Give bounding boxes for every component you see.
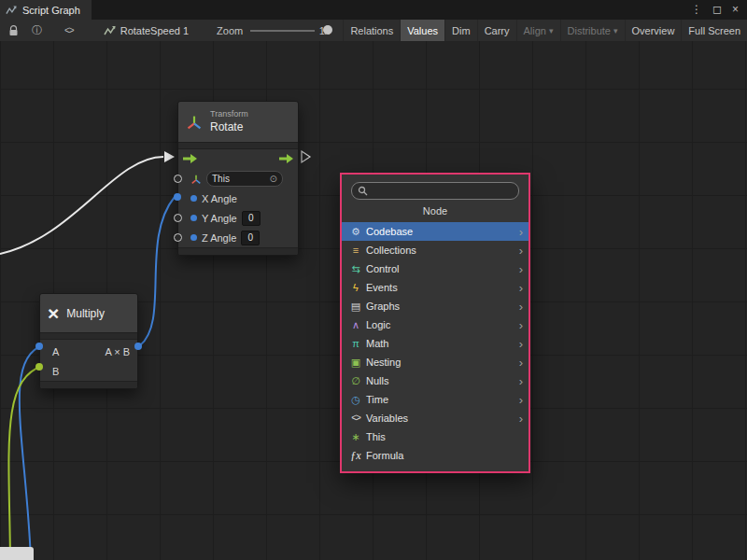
maximize-icon[interactable]: ◻ [712,0,722,20]
node-footer [178,247,298,255]
y-angle-port-row: Y Angle 0 [178,208,298,228]
info-icon[interactable]: ⓘ [28,20,46,41]
finder-item-math[interactable]: πMath› [342,334,529,353]
multiply-node[interactable]: × Multiply A A × B B [39,293,138,389]
zoom-slider[interactable] [250,20,315,41]
z-angle-input-port[interactable] [174,233,182,242]
dim-button[interactable]: Dim [444,20,477,41]
zoom-slider-thumb[interactable] [323,25,332,35]
distribute-button[interactable]: Distribute▾ [560,20,625,41]
rotate-node[interactable]: Transform Rotate This ⊙ X Angle Y Angle … [177,101,299,256]
partial-node[interactable] [0,547,34,560]
chevron-right-icon: › [519,338,523,350]
code-icon[interactable]: <> [61,20,78,41]
finder-item-this[interactable]: ∗This [342,427,529,446]
finder-item-nulls[interactable]: ∅Nulls› [342,371,529,390]
gear-icon: ⚙ [348,227,363,237]
chevron-right-icon: › [519,301,523,313]
wire-control-in[interactable] [0,157,163,254]
finder-list: ⚙Codebase› ≡Collections› ⇆Control› ϟEven… [342,222,529,465]
graph-breadcrumb[interactable]: RotateSpeed 1 [104,25,189,36]
graph-icon [104,25,116,36]
y-angle-value-field[interactable]: 0 [242,211,261,226]
chevron-right-icon: › [519,226,523,238]
multiply-b-input-port[interactable] [35,363,43,371]
this-input-port[interactable] [174,175,182,183]
finder-item-collections[interactable]: ≡Collections› [342,241,529,259]
x-angle-port-row: X Angle [178,189,298,208]
finder-item-graphs[interactable]: ▤Graphs› [342,297,529,315]
carry-button[interactable]: Carry [477,20,516,41]
overview-button[interactable]: Overview [625,20,682,41]
control-out-arrow-icon [279,154,293,163]
z-angle-port-row: Z Angle 0 [178,228,298,247]
finder-item-time[interactable]: ◷Time› [342,390,529,409]
object-picker-icon[interactable]: ⊙ [270,174,277,184]
kebab-menu-icon[interactable]: ⋮ [691,0,702,20]
port-label: A × B [105,346,130,357]
close-icon[interactable]: × [732,0,739,20]
tab-bar: Script Graph ⋮ ◻ × [0,0,747,20]
wire-multiply-to-x-angle[interactable] [140,197,175,345]
chevron-right-icon: › [519,375,523,387]
relations-button[interactable]: Relations [343,20,400,41]
script-graph-icon [6,5,17,16]
port-label: X Angle [202,193,237,204]
y-angle-input-port[interactable] [174,214,182,222]
this-port-row: This ⊙ [178,169,298,189]
fullscreen-button[interactable]: Full Screen [681,20,747,41]
graphs-icon: ▤ [348,301,363,312]
node-search-field[interactable] [351,182,519,200]
multiply-node-header[interactable]: × Multiply [40,294,137,333]
wire-into-multiply-b[interactable] [8,366,43,560]
rotate-node-header[interactable]: Transform Rotate [178,102,298,143]
align-button[interactable]: Align▾ [516,20,560,41]
search-input[interactable] [372,185,513,197]
chevron-right-icon: › [519,245,523,257]
graph-canvas[interactable]: Transform Rotate This ⊙ X Angle Y Angle … [0,41,747,560]
multiply-a-input-port[interactable] [35,343,43,350]
logic-icon: ∧ [348,320,363,330]
wire-control-arrowhead [164,151,175,162]
finder-item-formula[interactable]: ƒxFormula [342,446,529,465]
search-icon [358,186,368,196]
variables-icon: <> [348,413,363,423]
finder-item-control[interactable]: ⇆Control› [342,259,529,278]
null-icon: ∅ [348,376,363,386]
node-divider [40,333,137,340]
zoom-label: Zoom [217,25,243,36]
branch-icon: ⇆ [348,264,363,274]
multiply-output-port[interactable] [134,343,142,350]
nesting-icon: ▣ [348,357,363,368]
transform-axis-icon [186,114,203,131]
chevron-right-icon: › [519,357,523,369]
lock-icon[interactable] [5,20,22,41]
this-object-field[interactable]: This ⊙ [206,171,283,187]
multiply-a-row: A A × B [40,342,137,361]
control-out-port-icon[interactable] [302,151,310,162]
formula-icon: ƒx [348,450,363,461]
z-angle-port-icon [190,234,197,241]
caret-down-icon: ▾ [613,26,618,35]
z-angle-value-field[interactable]: 0 [241,231,260,245]
node-finder-panel: Node ⚙Codebase› ≡Collections› ⇆Control› … [340,173,530,473]
multiply-b-row: B [40,361,137,381]
finder-item-variables[interactable]: <>Variables› [342,409,529,427]
chevron-right-icon: › [519,263,523,275]
finder-item-codebase[interactable]: ⚙Codebase› [342,222,529,241]
node-title: Rotate [210,120,248,134]
list-icon: ≡ [348,245,363,256]
finder-item-nesting[interactable]: ▣Nesting› [342,353,529,371]
finder-item-logic[interactable]: ∧Logic› [342,315,529,334]
values-button[interactable]: Values [400,20,444,41]
tab-script-graph[interactable]: Script Graph [0,0,92,20]
port-label: Z Angle [202,232,236,244]
finder-item-events[interactable]: ϟEvents› [342,278,529,297]
pi-icon: π [348,339,363,349]
x-angle-input-port[interactable] [174,193,181,201]
chevron-right-icon: › [519,413,523,425]
control-in-arrow-icon [183,154,197,163]
node-title: Multiply [66,307,105,320]
this-icon: ∗ [348,432,363,442]
transform-axis-icon [190,174,202,185]
